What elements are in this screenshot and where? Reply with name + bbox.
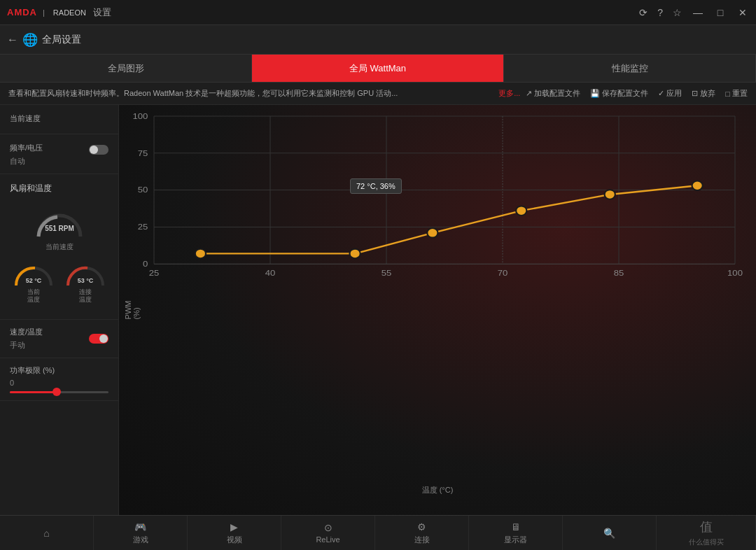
nav-search[interactable]: 🔍 (563, 516, 657, 550)
rpm-gauge-svg: 551 RPM (31, 202, 88, 240)
fan-temp-section: 风扇和温度 551 RPM 当前速度 (0, 174, 118, 320)
help-icon[interactable]: ? (657, 7, 663, 18)
rpm-label: 当前速度 (46, 242, 74, 252)
temp2-label: 连接 温度 (79, 288, 92, 304)
freq-voltage-toggle[interactable] (89, 145, 108, 155)
svg-text:40: 40 (265, 269, 276, 278)
svg-text:551 RPM: 551 RPM (45, 225, 74, 232)
tab-wattman[interactable]: 全局 WattMan (252, 55, 504, 82)
svg-text:25: 25 (138, 223, 148, 232)
radeon-logo: RADEON (53, 8, 86, 17)
star-icon[interactable]: ☆ (673, 7, 682, 18)
temp-gauges: 52 °C 当前 温度 53 °C 连接 (10, 259, 108, 304)
freq-voltage-label: 频率/电压 (10, 143, 43, 153)
chart-point-2[interactable] (427, 228, 438, 237)
nav-title: 全局设置 (42, 34, 81, 46)
app-title: 设置 (93, 6, 111, 19)
nav-back-bar: ← 🌐 全局设置 (0, 25, 756, 55)
video-icon: ▶ (230, 521, 238, 533)
nav-display[interactable]: 🖥 显示器 (469, 516, 563, 550)
chart-point-1[interactable] (349, 249, 360, 258)
freq-voltage-toggle-row: 频率/电压 (10, 143, 108, 156)
svg-text:50: 50 (138, 185, 148, 195)
chart-point-3[interactable] (516, 206, 526, 215)
svg-text:52 °C: 52 °C (25, 277, 41, 284)
current-speed-label: 当前速度 (10, 113, 108, 124)
globe-icon: 🌐 (22, 32, 38, 48)
close-button[interactable]: ✕ (736, 7, 749, 18)
main-content: 当前速度 频率/电压 自动 风扇和温度 551 RPM (0, 105, 756, 515)
infobar-text: 查看和配置风扇转速和时钟频率。Radeon WattMan 技术是一种超频功能，… (8, 88, 493, 99)
speed-temp-label: 速度/温度 (10, 327, 43, 337)
apply-button[interactable]: ✓ 应用 (658, 88, 682, 99)
svg-text:75: 75 (138, 148, 148, 157)
speed-temp-section: 速度/温度 手动 (0, 320, 118, 358)
current-speed-section: 当前速度 (0, 105, 118, 134)
nav-connect[interactable]: ⚙ 连接 (375, 516, 469, 550)
tab-graphics[interactable]: 全局图形 (0, 55, 252, 82)
load-config-button[interactable]: ↗ 加载配置文件 (526, 88, 580, 99)
connect-icon: ⚙ (417, 521, 426, 533)
power-slider-track (10, 391, 108, 393)
home-icon: ⌂ (43, 528, 49, 539)
speed-temp-toggle[interactable] (89, 334, 108, 344)
temp1-label: 当前 温度 (27, 288, 40, 304)
svg-text:85: 85 (614, 269, 624, 278)
discard-button[interactable]: ⊡ 放弃 (692, 88, 715, 99)
bottom-nav: ⌂ 🎮 游戏 ▶ 视频 ⊙ ReLive ⚙ 连接 🖥 显示器 🔍 值 什么值得… (0, 515, 756, 550)
tab-bar: 全局图形 全局 WattMan 性能监控 (0, 55, 756, 83)
infobar: 查看和配置风扇转速和时钟频率。Radeon WattMan 技术是一种超频功能，… (0, 83, 756, 105)
chart-point-0[interactable] (195, 249, 206, 258)
fan-temp-title: 风扇和温度 (10, 183, 108, 195)
svg-text:100: 100 (132, 112, 148, 121)
svg-text:0: 0 (143, 260, 148, 269)
infobar-actions: ↗ 加载配置文件 💾 保存配置文件 ✓ 应用 ⊡ 放弃 □ 重置 (526, 88, 748, 99)
svg-text:70: 70 (498, 269, 508, 278)
chart-svg: 0 25 50 75 100 25 40 55 70 85 100 (154, 116, 735, 284)
chart-wrapper: PWM (%) 0 25 50 75 (119, 105, 756, 515)
power-limit-label: 功率极限 (%) (10, 365, 108, 376)
search-icon: 🔍 (603, 528, 615, 539)
chart-y-label: PWM (%) (124, 301, 141, 320)
display-icon: 🖥 (511, 521, 521, 533)
power-limit-section: 功率极限 (%) 0 (0, 358, 118, 401)
nav-relive[interactable]: ⊙ ReLive (281, 516, 375, 550)
minimize-button[interactable]: — (692, 7, 704, 18)
temp1-gauge: 52 °C 当前 温度 (12, 259, 55, 304)
tab-monitor[interactable]: 性能监控 (504, 55, 756, 82)
svg-text:55: 55 (382, 269, 392, 278)
chart-x-label: 温度 (°C) (422, 485, 454, 495)
games-icon: 🎮 (134, 521, 146, 533)
svg-text:53 °C: 53 °C (77, 277, 93, 284)
more-button[interactable]: 更多... (498, 88, 520, 99)
app-logo: AMDA | RADEON 设置 (7, 6, 111, 19)
power-slider-thumb[interactable] (52, 388, 61, 396)
reset-button[interactable]: □ 重置 (725, 88, 748, 99)
save-config-button[interactable]: 💾 保存配置文件 (590, 88, 648, 99)
speed-temp-value: 手动 (10, 340, 43, 351)
chart-point-5[interactable] (692, 181, 703, 190)
maximize-button[interactable]: □ (714, 7, 727, 18)
nav-video[interactable]: ▶ 视频 (188, 516, 281, 550)
power-slider-fill (10, 391, 54, 393)
temp1-svg: 52 °C (12, 259, 55, 288)
sidebar: 当前速度 频率/电压 自动 风扇和温度 551 RPM (0, 105, 119, 515)
titlebar: AMDA | RADEON 设置 ⟳ ? ☆ — □ ✕ (0, 0, 756, 25)
relive-icon: ⊙ (324, 522, 332, 533)
window-controls: ⟳ ? ☆ — □ ✕ (639, 7, 749, 18)
freq-voltage-section: 频率/电压 自动 (0, 134, 118, 174)
power-limit-value: 0 (10, 379, 108, 387)
temp2-svg: 53 °C (64, 259, 107, 288)
freq-voltage-value: 自动 (10, 156, 108, 167)
chart-point-4[interactable] (605, 190, 615, 199)
nav-games[interactable]: 🎮 游戏 (94, 516, 188, 550)
chart-line (200, 185, 697, 253)
separator: | (43, 8, 45, 17)
rpm-gauge: 551 RPM 当前速度 (10, 202, 108, 252)
back-button[interactable]: ← (7, 34, 18, 46)
nav-home[interactable]: ⌂ (0, 516, 94, 550)
refresh-icon[interactable]: ⟳ (639, 7, 648, 18)
temp2-gauge: 53 °C 连接 温度 (64, 259, 107, 304)
chart-area: PWM (%) 0 25 50 75 (119, 105, 756, 515)
svg-text:100: 100 (727, 269, 743, 278)
